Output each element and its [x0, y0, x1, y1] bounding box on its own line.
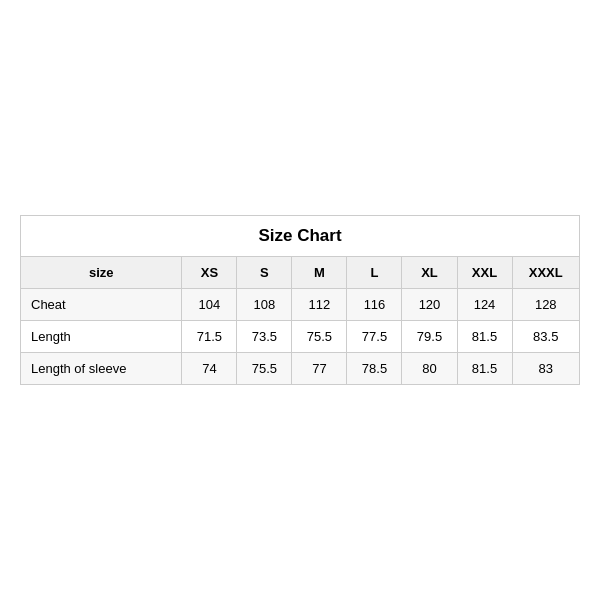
data-cell: 108	[237, 289, 292, 321]
data-cell: 83.5	[512, 321, 579, 353]
table-title: Size Chart	[21, 216, 580, 257]
table-row: Length71.573.575.577.579.581.583.5	[21, 321, 580, 353]
header-cell: size	[21, 257, 182, 289]
data-cell: 73.5	[237, 321, 292, 353]
header-cell: XXL	[457, 257, 512, 289]
row-label: Length of sleeve	[21, 353, 182, 385]
title-row: Size Chart	[21, 216, 580, 257]
header-cell: XS	[182, 257, 237, 289]
table-row: Cheat104108112116120124128	[21, 289, 580, 321]
data-cell: 128	[512, 289, 579, 321]
data-cell: 79.5	[402, 321, 457, 353]
data-cell: 80	[402, 353, 457, 385]
data-cell: 124	[457, 289, 512, 321]
data-cell: 116	[347, 289, 402, 321]
data-cell: 104	[182, 289, 237, 321]
data-cell: 77	[292, 353, 347, 385]
data-cell: 75.5	[237, 353, 292, 385]
data-cell: 75.5	[292, 321, 347, 353]
table-row: Length of sleeve7475.57778.58081.583	[21, 353, 580, 385]
header-cell: M	[292, 257, 347, 289]
header-row: sizeXSSMLXLXXLXXXL	[21, 257, 580, 289]
header-cell: XXXL	[512, 257, 579, 289]
data-cell: 74	[182, 353, 237, 385]
data-cell: 112	[292, 289, 347, 321]
data-cell: 77.5	[347, 321, 402, 353]
row-label: Length	[21, 321, 182, 353]
size-chart-table: Size Chart sizeXSSMLXLXXLXXXL Cheat10410…	[20, 215, 580, 385]
data-cell: 81.5	[457, 353, 512, 385]
data-cell: 71.5	[182, 321, 237, 353]
header-cell: XL	[402, 257, 457, 289]
data-cell: 83	[512, 353, 579, 385]
data-cell: 120	[402, 289, 457, 321]
header-cell: L	[347, 257, 402, 289]
data-cell: 78.5	[347, 353, 402, 385]
header-cell: S	[237, 257, 292, 289]
data-cell: 81.5	[457, 321, 512, 353]
row-label: Cheat	[21, 289, 182, 321]
size-chart-container: Size Chart sizeXSSMLXLXXLXXXL Cheat10410…	[20, 215, 580, 385]
